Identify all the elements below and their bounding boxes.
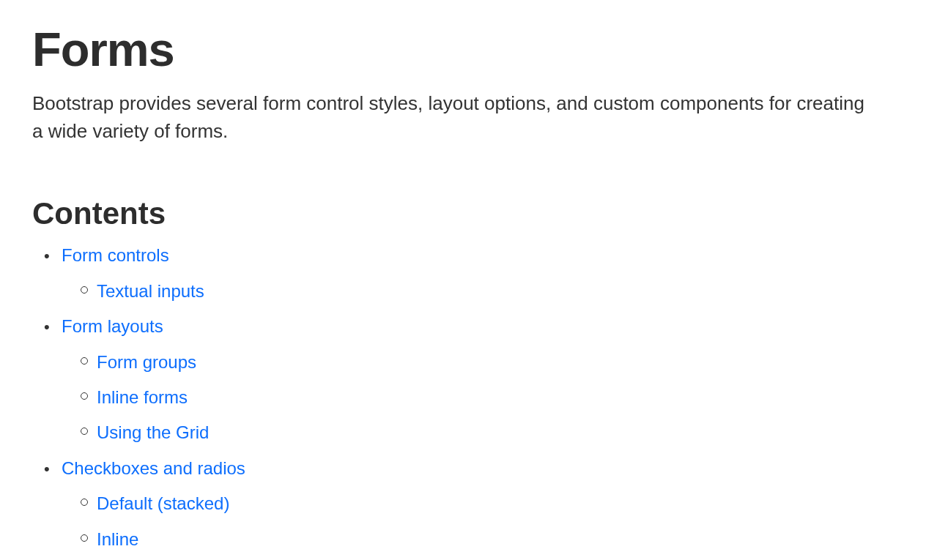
contents-heading: Contents (32, 196, 894, 231)
toc-link-inline[interactable]: Inline (97, 529, 138, 549)
toc-link-using-the-grid[interactable]: Using the Grid (97, 422, 209, 442)
toc-subitem: Textual inputs (97, 277, 894, 305)
toc-item: Form layouts Form groups Inline forms Us… (62, 313, 894, 447)
page-subtitle: Bootstrap provides several form control … (32, 90, 875, 145)
page-title: Forms (32, 22, 894, 77)
toc-link-form-layouts[interactable]: Form layouts (62, 316, 163, 336)
toc-link-inline-forms[interactable]: Inline forms (97, 387, 188, 407)
toc-subitem: Form groups (97, 348, 894, 376)
toc-item: Form controls Textual inputs (62, 242, 894, 305)
toc-link-form-groups[interactable]: Form groups (97, 352, 196, 372)
toc-subitem: Inline (97, 526, 894, 553)
toc-item: Checkboxes and radios Default (stacked) … (62, 455, 894, 560)
toc-link-checkboxes-and-radios[interactable]: Checkboxes and radios (62, 458, 245, 478)
toc-link-default-stacked[interactable]: Default (stacked) (97, 493, 229, 513)
toc-subitem: Inline forms (97, 384, 894, 411)
toc-subitem: Using the Grid (97, 419, 894, 447)
table-of-contents: Form controls Textual inputs Form layout… (32, 242, 894, 560)
toc-link-form-controls[interactable]: Form controls (62, 245, 169, 265)
toc-link-textual-inputs[interactable]: Textual inputs (97, 281, 204, 301)
toc-subitem: Default (stacked) (97, 490, 894, 518)
